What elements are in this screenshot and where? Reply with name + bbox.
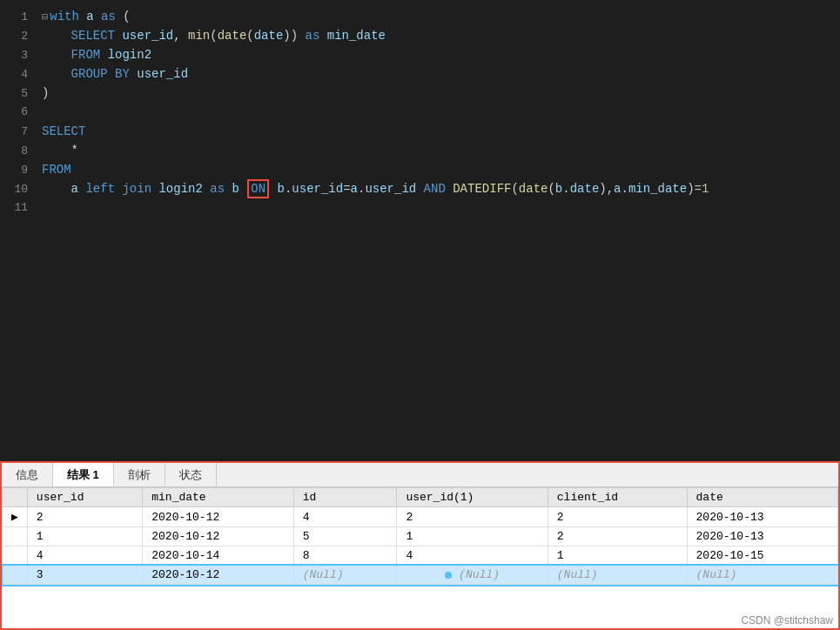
cell-id: (Null) xyxy=(293,566,397,585)
cell-client-id: 1 xyxy=(548,546,687,566)
code-line-4: 4 GROUP BY user_id xyxy=(0,64,840,84)
cell-user-id: 4 xyxy=(27,546,142,566)
code-line-3: 3 FROM login2 xyxy=(0,45,840,64)
cell-date: 2020-10-13 xyxy=(687,507,837,527)
cell-min-date: 2020-10-12 xyxy=(143,566,293,585)
col-id[interactable]: id xyxy=(293,488,397,507)
code-line-9: 9 FROM xyxy=(0,160,840,179)
result-table-wrapper[interactable]: user_id min_date id user_id(1) client_id… xyxy=(2,487,838,630)
cell-date: 2020-10-15 xyxy=(687,546,837,566)
cell-min-date: 2020-10-12 xyxy=(143,507,293,527)
cell-user-id-1: 4 xyxy=(397,546,548,566)
row-indicator xyxy=(3,527,28,546)
cell-min-date: 2020-10-12 xyxy=(143,527,293,546)
code-line-1: 1 ⊟with a as ( xyxy=(0,7,840,26)
cell-user-id-1: (Null) xyxy=(397,566,548,585)
cell-user-id: 1 xyxy=(27,527,142,546)
col-date[interactable]: date xyxy=(687,488,837,507)
cell-id: 5 xyxy=(293,527,397,546)
row-indicator: ▶ xyxy=(3,507,28,527)
code-line-11: 11 xyxy=(0,198,840,218)
col-user-id[interactable]: user_id xyxy=(27,488,142,507)
null-dot-icon xyxy=(445,572,452,579)
cell-min-date: 2020-10-14 xyxy=(143,546,293,566)
code-line-5: 5 ) xyxy=(0,84,840,103)
code-line-7: 7 SELECT xyxy=(0,122,840,141)
cell-client-id: (Null) xyxy=(548,566,687,585)
cell-id: 4 xyxy=(293,507,397,527)
code-line-10: 10 a left join login2 as b ON b.user_id=… xyxy=(0,179,840,198)
code-line-6: 6 xyxy=(0,103,840,122)
code-line-8: 8 * xyxy=(0,141,840,160)
col-min-date[interactable]: min_date xyxy=(143,488,293,507)
cell-date: 2020-10-13 xyxy=(687,527,837,546)
cell-client-id: 2 xyxy=(548,507,687,527)
cell-client-id: 2 xyxy=(548,527,687,546)
tab-profile[interactable]: 剖析 xyxy=(114,463,165,486)
col-indicator xyxy=(3,488,28,507)
cell-user-id-1: 1 xyxy=(397,527,548,546)
tab-status[interactable]: 状态 xyxy=(165,463,217,486)
tab-info[interactable]: 信息 xyxy=(2,463,53,486)
editor-area: 1 ⊟with a as ( 2 SELECT user_id, min(dat… xyxy=(0,0,840,461)
cell-user-id: 2 xyxy=(27,507,142,527)
row-indicator xyxy=(3,546,28,566)
cell-user-id: 3 xyxy=(27,566,142,585)
table-row-selected[interactable]: 3 2020-10-12 (Null) (Null) (Null) (Null) xyxy=(3,566,838,585)
cell-user-id-1: 2 xyxy=(397,507,548,527)
result-table: user_id min_date id user_id(1) client_id… xyxy=(2,487,838,585)
watermark: CSDN @stitchshaw xyxy=(741,614,833,627)
table-row[interactable]: 1 2020-10-12 5 1 2 2020-10-13 xyxy=(3,527,838,546)
bottom-panel: 信息 结果 1 剖析 状态 user_id min_date id user_i… xyxy=(0,461,840,630)
row-indicator xyxy=(3,566,28,585)
col-user-id-1[interactable]: user_id(1) xyxy=(397,488,548,507)
cell-date: (Null) xyxy=(687,566,837,585)
tabs-bar: 信息 结果 1 剖析 状态 xyxy=(2,463,838,487)
table-row[interactable]: ▶ 2 2020-10-12 4 2 2 2020-10-13 xyxy=(3,507,838,527)
col-client-id[interactable]: client_id xyxy=(548,488,687,507)
cell-id: 8 xyxy=(293,546,397,566)
tab-result[interactable]: 结果 1 xyxy=(53,463,114,486)
table-row[interactable]: 4 2020-10-14 8 4 1 2020-10-15 xyxy=(3,546,838,566)
code-line-2: 2 SELECT user_id, min(date(date)) as min… xyxy=(0,26,840,45)
